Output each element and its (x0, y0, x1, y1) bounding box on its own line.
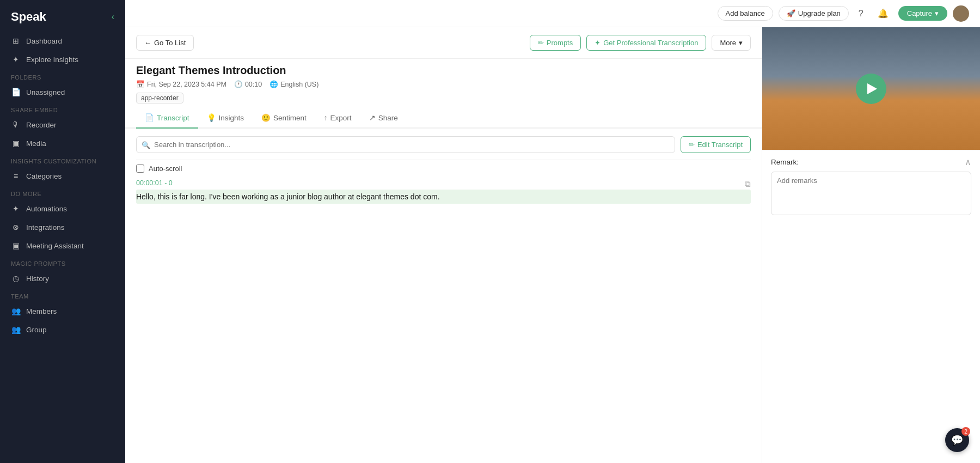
sidebar-item-explore-insights[interactable]: ✦ Explore Insights (0, 50, 125, 69)
notifications-button[interactable]: 🔔 (873, 6, 893, 21)
sidebar-item-integrations[interactable]: ⊗ Integrations (0, 218, 125, 236)
chat-icon: 💬 (951, 434, 963, 446)
file-meta: 📅 Fri, Sep 22, 2023 5:44 PM 🕐 00:10 🌐 En… (136, 80, 751, 88)
sidebar-item-label: Media (26, 139, 46, 148)
insights-tab-icon: 💡 (207, 113, 216, 122)
sidebar-section-share-embed: Share Embed (0, 101, 125, 115)
help-button[interactable]: ? (854, 7, 868, 21)
tab-transcript[interactable]: 📄 Transcript (136, 108, 198, 129)
transcript-copy-button[interactable]: ⧉ (745, 179, 751, 189)
add-balance-button[interactable]: Add balance (718, 6, 773, 21)
remark-header: Remark: ∧ (771, 157, 971, 167)
categories-icon: ≡ (11, 172, 21, 180)
video-bg (762, 27, 980, 150)
content-area: ← Go To List ✏ Prompts ✦ Get Professiona… (125, 27, 980, 463)
sidebar-section-do-more: Do More (0, 185, 125, 199)
sidebar-item-history[interactable]: ◷ History (0, 269, 125, 288)
search-input-wrap: 🔍 (136, 136, 675, 153)
left-panel: ← Go To List ✏ Prompts ✦ Get Professiona… (125, 27, 762, 463)
sidebar-item-label: Dashboard (26, 37, 62, 45)
autoscroll-row: Auto-scroll (136, 165, 751, 173)
sidebar-item-label: Members (26, 307, 57, 315)
calendar-icon: 📅 (136, 80, 145, 88)
sidebar-item-automations[interactable]: ✦ Automations (0, 199, 125, 218)
meeting-icon: ▣ (11, 241, 21, 250)
video-container: ▶ 🔊 / -0:02 1x ⚙ ⬜ ⛶ (762, 27, 980, 150)
action-bar: ← Go To List ✏ Prompts ✦ Get Professiona… (125, 27, 762, 59)
remark-title: Remark: (771, 158, 799, 166)
globe-icon: 🌐 (270, 80, 278, 88)
prompts-button[interactable]: ✏ Prompts (530, 35, 581, 51)
search-bar-row: 🔍 ✏ Edit Transcript (136, 136, 751, 153)
tab-insights[interactable]: 💡 Insights (198, 108, 253, 129)
capture-chevron-icon: ▾ (935, 9, 939, 17)
sidebar-item-label: Group (26, 326, 47, 334)
sidebar-item-label: Automations (26, 205, 67, 213)
tab-export[interactable]: ↑ Export (315, 108, 360, 129)
sidebar-item-media[interactable]: ▣ Media (0, 134, 125, 153)
folder-icon: 📄 (11, 88, 21, 96)
sidebar-section-folders: Folders (0, 69, 125, 83)
get-professional-transcription-button[interactable]: ✦ Get Professional Transcription (586, 35, 706, 51)
transcript-panel: 🔍 ✏ Edit Transcript Auto-scroll 00:00:01… (125, 129, 762, 463)
edit-icon: ✏ (689, 141, 695, 149)
search-input[interactable] (136, 136, 675, 153)
right-panel: ▶ 🔊 / -0:02 1x ⚙ ⬜ ⛶ Remark: ∧ (762, 27, 980, 463)
sidebar-item-categories[interactable]: ≡ Categories (0, 167, 125, 185)
main-content: Add balance 🚀 Upgrade plan ? 🔔 Capture ▾… (125, 0, 980, 463)
video-play-button[interactable] (856, 74, 886, 104)
sidebar-section-team: Team (0, 288, 125, 302)
share-tab-icon: ↗ (369, 113, 376, 122)
go-to-list-button[interactable]: ← Go To List (136, 35, 194, 51)
upgrade-plan-button[interactable]: 🚀 Upgrade plan (779, 6, 849, 21)
sidebar-item-meeting-assistant[interactable]: ▣ Meeting Assistant (0, 236, 125, 255)
sidebar-item-label: Explore Insights (26, 56, 78, 64)
file-info: Elegant Themes Introduction 📅 Fri, Sep 2… (125, 59, 762, 103)
sidebar-item-unassigned[interactable]: 📄 Unassigned (0, 83, 125, 101)
avatar[interactable] (953, 5, 969, 22)
file-duration: 🕐 00:10 (234, 80, 262, 88)
more-button[interactable]: More ▾ (712, 35, 751, 51)
dashboard-icon: ⊞ (11, 36, 21, 45)
remark-textarea[interactable] (771, 172, 971, 215)
search-icon: 🔍 (142, 141, 150, 149)
sidebar-collapse-icon[interactable]: ‹ (112, 12, 114, 22)
transcription-icon: ✦ (595, 39, 601, 47)
automations-icon: ✦ (11, 204, 21, 213)
transcript-text: Hello, this is far long. I've been worki… (136, 190, 751, 204)
sidebar: Speak ‹ ⊞ Dashboard ✦ Explore Insights F… (0, 0, 125, 463)
sidebar-item-members[interactable]: 👥 Members (0, 302, 125, 320)
chat-badge: 2 (961, 427, 970, 436)
chat-bubble[interactable]: 💬 2 (945, 428, 969, 452)
autoscroll-checkbox[interactable] (136, 165, 144, 173)
explore-icon: ✦ (11, 55, 21, 64)
remark-section: Remark: ∧ (762, 150, 980, 224)
transcript-tab-icon: 📄 (145, 113, 154, 122)
file-tag: app-recorder (136, 93, 183, 103)
group-icon: 👥 (11, 325, 21, 334)
clock-icon: 🕐 (234, 80, 243, 88)
sidebar-item-label: Unassigned (26, 88, 65, 96)
capture-button[interactable]: Capture ▾ (898, 6, 947, 21)
file-date: 📅 Fri, Sep 22, 2023 5:44 PM (136, 80, 226, 88)
edit-transcript-button[interactable]: ✏ Edit Transcript (681, 136, 751, 153)
file-title: Elegant Themes Introduction (136, 64, 751, 77)
file-language: 🌐 English (US) (270, 80, 318, 88)
integrations-icon: ⊗ (11, 223, 21, 232)
history-icon: ◷ (11, 274, 21, 283)
upgrade-icon: 🚀 (787, 9, 795, 17)
sidebar-section-insights-customization: Insights Customization (0, 153, 125, 167)
transcript-timestamp: 00:00:01 - 0 (136, 179, 751, 187)
sidebar-item-recorder[interactable]: 🎙 Recorder (0, 115, 125, 134)
transcript-segment: 00:00:01 - 0 ⧉ Hello, this is far long. … (136, 179, 751, 204)
tab-share[interactable]: ↗ Share (360, 108, 407, 129)
remark-collapse-button[interactable]: ∧ (965, 157, 971, 167)
sidebar-item-label: Categories (26, 172, 62, 180)
sidebar-item-label: Integrations (26, 223, 65, 232)
prompts-icon: ✏ (538, 39, 544, 47)
sidebar-item-group[interactable]: 👥 Group (0, 320, 125, 339)
sidebar-section-magic-prompts: Magic Prompts (0, 255, 125, 269)
more-chevron-icon: ▾ (739, 39, 743, 47)
tab-sentiment[interactable]: 🙂 Sentiment (253, 108, 315, 129)
sidebar-item-dashboard[interactable]: ⊞ Dashboard (0, 32, 125, 50)
